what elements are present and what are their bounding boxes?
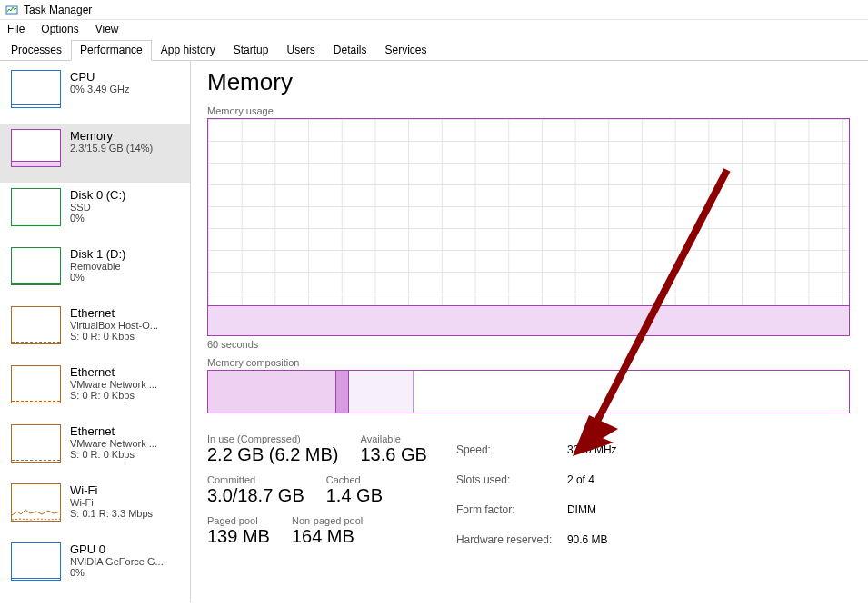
tab-details[interactable]: Details	[324, 40, 376, 61]
menu-file[interactable]: File	[7, 23, 25, 35]
tab-apphistory[interactable]: App history	[152, 40, 224, 61]
sidebar-item-eth0[interactable]: Ethernet VirtualBox Host-O... S: 0 R: 0 …	[0, 301, 190, 360]
menu-options[interactable]: Options	[41, 23, 78, 35]
avail-value: 13.6 GB	[361, 444, 427, 465]
avail-label: Available	[361, 433, 427, 444]
sidebar-eth0-sub2: S: 0 R: 0 Kbps	[70, 331, 158, 342]
paged-value: 139 MB	[207, 526, 270, 547]
comp-seg-inuse	[208, 371, 336, 413]
sidebar-wifi-sub2: S: 0.1 R: 3.3 Mbps	[70, 508, 153, 519]
cached-label: Cached	[326, 474, 383, 485]
window-title: Task Manager	[24, 4, 92, 16]
sidebar-disk0-title: Disk 0 (C:)	[70, 188, 125, 202]
eth2-thumb	[11, 424, 61, 463]
eth1-thumb	[11, 365, 61, 403]
sidebar-wifi-title: Wi-Fi	[70, 483, 153, 497]
sidebar-eth1-sub2: S: 0 R: 0 Kbps	[70, 390, 157, 401]
gpu-thumb	[11, 542, 61, 581]
sidebar-gpu-sub: NVIDIA GeForce G...	[70, 556, 164, 567]
slots-label: Slots used:	[456, 465, 565, 493]
main-panel: Memory Memory usage 60 seconds Memory co…	[191, 61, 868, 602]
sidebar-disk0-sub2: 0%	[70, 213, 125, 224]
sidebar-wifi-sub: Wi-Fi	[70, 497, 153, 508]
sidebar-item-eth2[interactable]: Ethernet VMware Network ... S: 0 R: 0 Kb…	[0, 419, 190, 478]
sidebar-eth2-sub2: S: 0 R: 0 Kbps	[70, 449, 157, 460]
cached-value: 1.4 GB	[326, 485, 383, 506]
sidebar-disk1-title: Disk 1 (D:)	[70, 247, 125, 261]
eth0-thumb	[11, 306, 61, 344]
performance-sidebar: CPU 0% 3.49 GHz Memory 2.3/15.9 GB (14%)…	[0, 61, 191, 602]
sidebar-eth0-title: Ethernet	[70, 306, 158, 320]
sidebar-item-wifi[interactable]: Wi-Fi Wi-Fi S: 0.1 R: 3.3 Mbps	[0, 478, 190, 537]
wifi-thumb	[11, 483, 61, 522]
sidebar-cpu-title: CPU	[70, 70, 129, 84]
memory-usage-label: Memory usage	[207, 105, 868, 116]
tab-users[interactable]: Users	[277, 40, 324, 61]
hw-value: 90.6 MB	[567, 526, 623, 554]
sidebar-eth0-sub: VirtualBox Host-O...	[70, 320, 158, 331]
form-value: DIMM	[567, 496, 623, 524]
commit-label: Committed	[207, 474, 304, 485]
memory-thumb	[11, 129, 61, 167]
menu-bar: File Options View	[0, 20, 868, 39]
tab-startup[interactable]: Startup	[224, 40, 278, 61]
inuse-label: In use (Compressed)	[207, 433, 339, 444]
commit-value: 3.0/18.7 GB	[207, 485, 304, 506]
axis-left-label: 60 seconds	[207, 339, 258, 350]
slots-value: 2 of 4	[567, 465, 623, 493]
memory-composition-chart	[207, 370, 850, 413]
menu-view[interactable]: View	[95, 23, 119, 35]
sidebar-memory-title: Memory	[70, 129, 153, 143]
sidebar-gpu-sub2: 0%	[70, 567, 164, 578]
sidebar-eth2-title: Ethernet	[70, 424, 157, 438]
sidebar-item-disk1[interactable]: Disk 1 (D:) Removable 0%	[0, 242, 190, 301]
sidebar-item-eth1[interactable]: Ethernet VMware Network ... S: 0 R: 0 Kb…	[0, 360, 190, 419]
sidebar-disk1-sub2: 0%	[70, 272, 125, 283]
speed-value: 3200 MHz	[567, 435, 623, 463]
inuse-value: 2.2 GB (6.2 MB)	[207, 444, 339, 465]
sidebar-cpu-sub: 0% 3.49 GHz	[70, 84, 129, 95]
form-label: Form factor:	[456, 496, 565, 524]
nonpaged-value: 164 MB	[292, 526, 363, 547]
sidebar-gpu-title: GPU 0	[70, 542, 164, 556]
comp-seg-standby	[349, 371, 414, 413]
sidebar-item-disk0[interactable]: Disk 0 (C:) SSD 0%	[0, 183, 190, 242]
disk1-thumb	[11, 247, 61, 285]
page-title: Memory	[207, 68, 868, 96]
speed-label: Speed:	[456, 435, 565, 463]
comp-seg-modified	[336, 371, 349, 413]
tab-bar: Processes Performance App history Startu…	[0, 39, 868, 61]
sidebar-eth2-sub: VMware Network ...	[70, 438, 157, 449]
tab-performance[interactable]: Performance	[71, 40, 152, 61]
tab-processes[interactable]: Processes	[2, 40, 71, 61]
app-icon	[5, 4, 18, 16]
memory-comp-label: Memory composition	[207, 357, 868, 368]
memory-info-table: Speed: 3200 MHz Slots used: 2 of 4 Form …	[454, 433, 624, 556]
sidebar-memory-sub: 2.3/15.9 GB (14%)	[70, 143, 153, 154]
sidebar-item-gpu[interactable]: GPU 0 NVIDIA GeForce G... 0%	[0, 537, 190, 596]
nonpaged-label: Non-paged pool	[292, 515, 363, 526]
hw-label: Hardware reserved:	[456, 526, 565, 554]
sidebar-item-memory[interactable]: Memory 2.3/15.9 GB (14%)	[0, 124, 190, 183]
memory-usage-fill	[208, 305, 849, 335]
memory-usage-chart	[207, 118, 850, 336]
sidebar-disk1-sub: Removable	[70, 261, 125, 272]
sidebar-eth1-title: Ethernet	[70, 365, 157, 379]
disk0-thumb	[11, 188, 61, 226]
sidebar-eth1-sub: VMware Network ...	[70, 379, 157, 390]
cpu-thumb	[11, 70, 61, 108]
sidebar-item-cpu[interactable]: CPU 0% 3.49 GHz	[0, 65, 190, 124]
paged-label: Paged pool	[207, 515, 270, 526]
sidebar-disk0-sub: SSD	[70, 202, 125, 213]
title-bar: Task Manager	[0, 0, 868, 20]
tab-services[interactable]: Services	[376, 40, 436, 61]
